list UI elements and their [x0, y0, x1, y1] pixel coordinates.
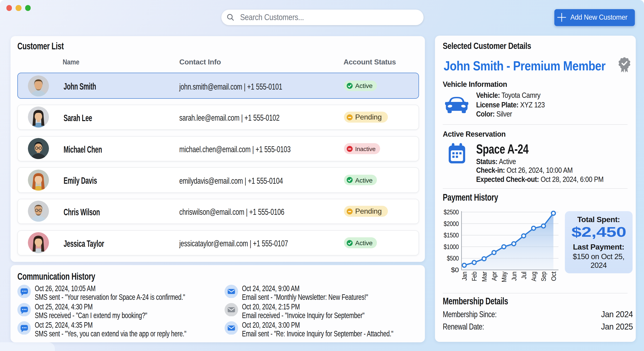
svg-text:$2000: $2000 — [444, 220, 459, 227]
svg-text:Sep: Sep — [540, 272, 547, 281]
svg-text:Jun: Jun — [510, 272, 518, 281]
svg-text:$0: $0 — [451, 266, 459, 274]
svg-text:Feb: Feb — [470, 272, 478, 281]
svg-text:$1000: $1000 — [444, 243, 459, 251]
svg-text:Mar: Mar — [480, 272, 488, 282]
svg-text:Jan: Jan — [460, 272, 468, 281]
svg-text:Aug: Aug — [530, 272, 538, 281]
svg-text:$500: $500 — [447, 254, 459, 262]
svg-text:Jul: Jul — [520, 272, 528, 279]
svg-text:$1500: $1500 — [444, 231, 459, 239]
svg-text:$2500: $2500 — [444, 208, 459, 216]
svg-text:Apr: Apr — [490, 272, 498, 281]
svg-text:Oct: Oct — [550, 272, 557, 281]
svg-text:May: May — [500, 272, 508, 282]
